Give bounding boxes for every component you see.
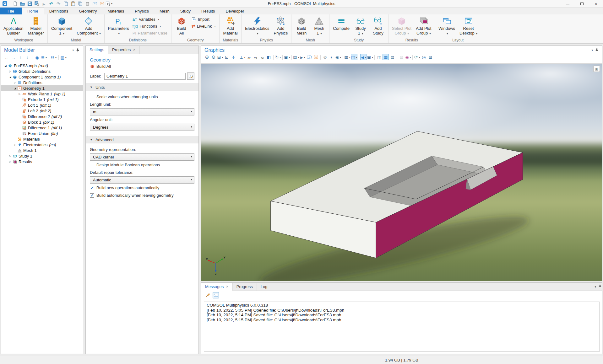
ribbon-tab-definitions[interactable]: Definitions: [44, 8, 74, 14]
environment-button[interactable]: ▣▾: [367, 54, 373, 60]
tree-item-difference-1[interactable]: Difference 1(dif 1): [1, 125, 83, 131]
pin-icon[interactable]: [599, 285, 601, 289]
tree-item-global-definitions[interactable]: ▷Global Definitions: [1, 68, 83, 74]
model-manager-button[interactable]: ModelManager: [26, 15, 46, 38]
clear-messages-icon[interactable]: [204, 292, 211, 298]
livelink-button[interactable]: ⇄LiveLink▾: [190, 23, 218, 29]
zoom-in-button[interactable]: ⊕: [204, 54, 210, 60]
dropdown-caret-icon[interactable]: ▾: [111, 2, 112, 5]
angular-unit-select[interactable]: Degrees: [90, 124, 194, 131]
add-material-button[interactable]: AddMaterial: [221, 15, 240, 38]
checkbox-icon[interactable]: [90, 163, 94, 167]
paste-button[interactable]: [70, 1, 76, 7]
build-mesh-button[interactable]: BuildMesh: [293, 15, 310, 38]
tree-item-fores3-mph[interactable]: ◢ForES3.mph(root): [1, 63, 83, 68]
tree-item-mesh-1[interactable]: Mesh 1: [1, 147, 83, 153]
screenshot-button[interactable]: ◎: [421, 54, 427, 60]
component-1-button[interactable]: Component1 ▾: [49, 15, 74, 38]
add-physics-button[interactable]: AddPhysics: [271, 15, 290, 38]
visibility-button[interactable]: ◉▾: [335, 54, 341, 60]
tree-collapsed-arrow-icon[interactable]: ▷: [13, 143, 17, 146]
ribbon-tab-results[interactable]: Results: [196, 8, 220, 14]
tab-progress[interactable]: Progress: [233, 283, 257, 291]
length-unit-select[interactable]: m: [90, 108, 194, 115]
zoom-extents-button[interactable]: ✛: [230, 54, 236, 60]
zoom-box-button[interactable]: ⊞▾: [217, 54, 223, 60]
pin-icon[interactable]: [76, 48, 79, 52]
select-highlight-button[interactable]: [313, 54, 319, 60]
minimize-icon[interactable]: —: [561, 0, 575, 8]
new-file-button[interactable]: [12, 1, 18, 7]
move-up-button[interactable]: ↑: [17, 54, 24, 61]
select-box-button[interactable]: [306, 54, 312, 60]
close-icon[interactable]: [226, 285, 228, 288]
tree-columns-button[interactable]: ▥▾: [60, 54, 67, 61]
tree-item-component-1[interactable]: ◢Component 1(comp 1): [1, 74, 83, 80]
add-plot-group-button[interactable]: Add PlotGroup ▾: [414, 15, 433, 38]
tree-expanded-arrow-icon[interactable]: ◢: [13, 87, 17, 90]
nav-back-button[interactable]: ←: [3, 54, 10, 61]
copy-button[interactable]: [62, 1, 69, 7]
zoom-out-button[interactable]: ⊖: [210, 54, 217, 60]
default-view-button[interactable]: ◧: [266, 54, 272, 60]
tree-collapsed-arrow-icon[interactable]: ▷: [8, 70, 12, 73]
ribbon-tab-physics[interactable]: Physics: [129, 8, 154, 14]
show-button[interactable]: ◉: [34, 54, 40, 61]
mesh-1-button[interactable]: Mesh1 ▾: [310, 15, 328, 38]
tree-item-work-plane-1[interactable]: ▷Work Plane 1(wp 1): [1, 91, 83, 97]
app-logo-button[interactable]: [2, 1, 8, 7]
build-leave-checkbox[interactable]: Build automatically when leaving geometr…: [90, 193, 194, 198]
scale-values-checkbox[interactable]: Scale values when changing units: [90, 94, 194, 99]
view-xz-button[interactable]: xz: [259, 54, 265, 60]
scene-layers-button[interactable]: ▣▾: [284, 54, 290, 60]
hide-button[interactable]: ⊘: [322, 54, 328, 60]
tree-expanded-arrow-icon[interactable]: ◢: [3, 64, 8, 67]
ribbon-tab-study[interactable]: Study: [175, 8, 196, 14]
tab-properties[interactable]: Properties: [108, 46, 140, 54]
redo-button[interactable]: ↷: [55, 1, 62, 7]
nav-forward-button[interactable]: →: [10, 54, 17, 61]
units-section-header[interactable]: ▼ Units: [86, 83, 198, 91]
render-mesh-button[interactable]: ▦▾: [344, 54, 350, 60]
study-1-button[interactable]: Study1 ▾: [352, 15, 369, 38]
ribbon-tab-mesh[interactable]: Mesh: [154, 8, 175, 14]
color-palette-button[interactable]: ◉▾: [405, 54, 411, 60]
ribbon-tab-geometry[interactable]: Geometry: [73, 8, 102, 14]
rotate-button[interactable]: ↻▾: [275, 54, 281, 60]
label-input[interactable]: [104, 73, 186, 80]
delete-button[interactable]: [84, 1, 90, 7]
build-all-button[interactable]: BuildAll: [173, 15, 190, 38]
compute-button[interactable]: Compute: [331, 15, 352, 38]
checkbox-icon[interactable]: [90, 193, 94, 198]
tree-item-geometry-1[interactable]: ◢AGeometry 1: [1, 85, 83, 91]
ribbon-tab-materials[interactable]: Materials: [102, 8, 129, 14]
tree-item-results[interactable]: ▷Results: [1, 159, 83, 164]
reset-desktop-button[interactable]: ResetDesktop ▾: [457, 15, 480, 38]
close-icon[interactable]: [133, 48, 135, 51]
tree-collapsed-arrow-icon[interactable]: ▷: [8, 155, 12, 158]
select-through-button[interactable]: ◐: [329, 54, 335, 60]
expand-levels-button[interactable]: ☷▾: [51, 54, 57, 61]
ribbon-tab-home[interactable]: Home: [22, 8, 44, 14]
parameters-button[interactable]: PiParameters▾: [106, 15, 131, 38]
view-xy-button[interactable]: xy: [246, 54, 252, 60]
zoom-selected-button[interactable]: ⊡: [224, 54, 230, 60]
tree-item-difference-2[interactable]: Difference 2(dif 2): [1, 114, 83, 119]
update-button[interactable]: ⟳▾: [414, 54, 420, 60]
select-box-button[interactable]: [91, 1, 98, 7]
tree-collapsed-arrow-icon[interactable]: ▷: [18, 93, 22, 95]
pin-icon[interactable]: [595, 48, 598, 52]
split-view-button[interactable]: ◫: [376, 54, 382, 60]
tab-settings[interactable]: Settings: [86, 46, 108, 54]
axis-grid-button[interactable]: ▦: [383, 54, 389, 60]
duplicate-button[interactable]: [77, 1, 83, 7]
tree-item-definitions[interactable]: ▷Definitions: [1, 80, 83, 85]
advanced-section-header[interactable]: ▼ Advanced: [86, 136, 198, 143]
select-highlight-button[interactable]: [99, 1, 105, 7]
tree-expanded-arrow-icon[interactable]: ◢: [8, 76, 12, 78]
tree-item-extrude-1[interactable]: Extrude 1(ext 1): [1, 97, 83, 102]
view-yz-button[interactable]: yz: [253, 54, 259, 60]
find-button[interactable]: ▾: [106, 1, 112, 7]
save-button[interactable]: [26, 1, 33, 7]
design-module-checkbox[interactable]: Design Module Boolean operations: [90, 163, 194, 167]
